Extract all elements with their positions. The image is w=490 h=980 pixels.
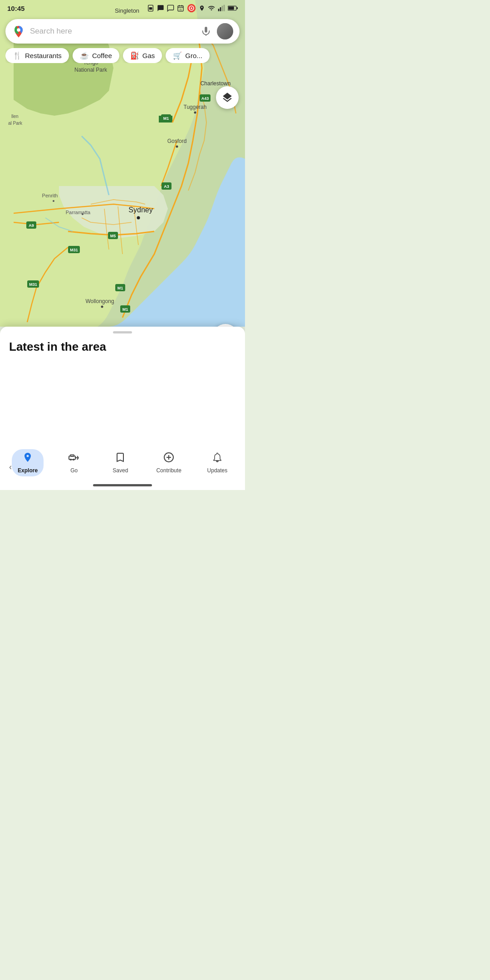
svg-point-45 bbox=[53, 200, 54, 202]
svg-text:Gosford: Gosford bbox=[167, 138, 187, 144]
pill-restaurants[interactable]: 🍴 Restaurants bbox=[5, 48, 69, 63]
pill-restaurants-label: Restaurants bbox=[25, 52, 62, 59]
search-placeholder: Search here bbox=[30, 27, 195, 36]
panel-title: Latest in the area bbox=[0, 340, 245, 363]
svg-point-47 bbox=[82, 213, 83, 215]
bottom-panel: Latest in the area Explore bbox=[0, 327, 245, 490]
svg-rect-16 bbox=[228, 6, 234, 10]
updates-icon bbox=[212, 452, 223, 466]
pill-gas[interactable]: ⛽ Gas bbox=[123, 48, 162, 63]
svg-text:M31: M31 bbox=[29, 282, 37, 287]
signal-icon bbox=[218, 5, 225, 12]
explore-icon bbox=[22, 452, 33, 466]
svg-rect-13 bbox=[224, 5, 225, 11]
search-bar-container: Search here bbox=[5, 19, 240, 44]
svg-rect-10 bbox=[218, 9, 220, 11]
mic-button[interactable] bbox=[200, 25, 212, 38]
battery-icon bbox=[228, 5, 238, 11]
status-icons: 31 bbox=[147, 4, 238, 13]
maps-logo bbox=[12, 24, 25, 38]
svg-text:31: 31 bbox=[179, 8, 182, 11]
nav-go[interactable]: Go bbox=[58, 449, 90, 476]
svg-text:llen: llen bbox=[11, 114, 19, 119]
groceries-icon: 🛒 bbox=[173, 51, 182, 60]
svg-text:M5: M5 bbox=[110, 234, 116, 238]
svg-text:Penrith: Penrith bbox=[42, 193, 58, 198]
nav-updates-label: Updates bbox=[207, 467, 228, 474]
back-arrow[interactable]: ‹ bbox=[9, 462, 12, 472]
svg-text:National Park: National Park bbox=[74, 67, 108, 73]
nav-contribute-label: Contribute bbox=[156, 467, 181, 474]
svg-rect-12 bbox=[222, 6, 223, 11]
svg-point-41 bbox=[194, 112, 196, 114]
pill-coffee-label: Coffee bbox=[92, 52, 112, 59]
nav-explore-label: Explore bbox=[18, 467, 38, 474]
svg-point-58 bbox=[73, 459, 74, 461]
svg-text:A43: A43 bbox=[201, 96, 209, 101]
nav-contribute[interactable]: Contribute bbox=[151, 449, 186, 476]
nav-updates[interactable]: Updates bbox=[201, 449, 233, 476]
bottom-nav: Explore Go bbox=[0, 449, 245, 476]
pill-groceries[interactable]: 🛒 Gro... bbox=[166, 48, 210, 63]
go-icon bbox=[69, 452, 79, 466]
svg-text:Sydney: Sydney bbox=[128, 206, 152, 214]
location-icon bbox=[199, 5, 205, 11]
svg-text:M1: M1 bbox=[118, 286, 123, 290]
wifi-icon bbox=[208, 5, 215, 12]
user-avatar[interactable] bbox=[217, 23, 233, 39]
svg-rect-1 bbox=[149, 7, 152, 10]
svg-text:A3: A3 bbox=[164, 184, 169, 189]
svg-text:Parramatta: Parramatta bbox=[66, 210, 91, 215]
nav-saved[interactable]: Saved bbox=[104, 449, 136, 476]
pill-gas-label: Gas bbox=[142, 52, 155, 59]
svg-text:M31: M31 bbox=[70, 248, 78, 252]
nav-saved-label: Saved bbox=[113, 467, 128, 474]
panel-handle[interactable] bbox=[113, 331, 132, 333]
screenshot-icon bbox=[187, 4, 196, 13]
svg-point-57 bbox=[70, 459, 72, 461]
chat-icon bbox=[167, 5, 174, 12]
search-bar[interactable]: Search here bbox=[5, 19, 240, 44]
svg-point-54 bbox=[17, 28, 20, 32]
svg-text:M1: M1 bbox=[122, 307, 128, 312]
category-pills: 🍴 Restaurants ☕ Coffee ⛽ Gas 🛒 Gro... bbox=[5, 48, 245, 63]
svg-text:Wollongong: Wollongong bbox=[85, 298, 114, 304]
svg-text:al Park: al Park bbox=[8, 121, 23, 126]
map-layer-button[interactable] bbox=[216, 86, 239, 109]
pill-coffee[interactable]: ☕ Coffee bbox=[73, 48, 119, 63]
restaurants-icon: 🍴 bbox=[13, 51, 22, 60]
gas-icon: ⛽ bbox=[130, 51, 139, 60]
svg-point-9 bbox=[191, 7, 192, 9]
svg-text:Tuggerah: Tuggerah bbox=[184, 104, 207, 110]
calendar-icon: 31 bbox=[177, 5, 184, 12]
saved-icon bbox=[115, 452, 126, 466]
status-time: 10:45 bbox=[7, 5, 24, 12]
svg-rect-11 bbox=[220, 7, 221, 11]
message-icon bbox=[157, 5, 164, 12]
svg-text:M1: M1 bbox=[163, 116, 169, 121]
status-bar: 10:45 31 bbox=[0, 0, 245, 16]
svg-point-43 bbox=[176, 146, 178, 148]
svg-point-49 bbox=[137, 216, 140, 220]
pill-groceries-label: Gro... bbox=[185, 52, 202, 59]
home-indicator bbox=[93, 484, 152, 486]
svg-text:Charlestown: Charlestown bbox=[201, 80, 231, 87]
contribute-icon bbox=[163, 452, 174, 466]
sim-icon bbox=[147, 5, 154, 12]
coffee-icon: ☕ bbox=[80, 51, 89, 60]
svg-text:A9: A9 bbox=[29, 223, 34, 228]
nav-go-label: Go bbox=[70, 467, 78, 474]
svg-rect-15 bbox=[237, 7, 238, 10]
svg-point-51 bbox=[101, 306, 103, 308]
nav-explore[interactable]: Explore bbox=[12, 449, 44, 476]
